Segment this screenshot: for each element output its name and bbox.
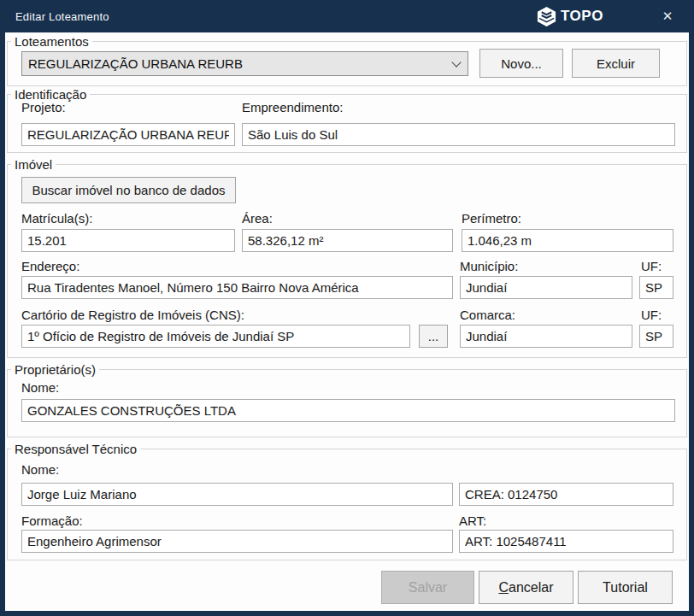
responsavel-nome-label: Nome: <box>21 462 59 477</box>
cartorio-browse-label: ... <box>428 329 439 343</box>
cartorio-browse-button[interactable]: ... <box>419 325 448 348</box>
art-input[interactable] <box>459 530 673 553</box>
municipio-label: Município: <box>460 259 518 273</box>
uf-label: UF: <box>641 259 662 273</box>
tutorial-button[interactable]: Tutorial <box>578 571 673 604</box>
cancelar-button-label: Cancelar <box>498 580 553 595</box>
salvar-button-label: Salvar <box>409 580 447 595</box>
title-bar: Editar Loteamento TOPO ✕ <box>0 0 694 32</box>
topo-logo-icon <box>536 6 557 27</box>
projeto-input[interactable] <box>21 123 235 146</box>
loteamento-selected-value: REGULARIZAÇÃO URBANA REURB <box>22 56 445 71</box>
window-title: Editar Loteamento <box>15 0 109 32</box>
group-proprietarios-title: Proprietário(s) <box>11 362 99 377</box>
buscar-imovel-button-label: Buscar imóvel no banco de dados <box>32 183 226 197</box>
comarca-input[interactable] <box>460 325 632 348</box>
formacao-label: Formação: <box>21 513 83 528</box>
close-icon[interactable]: ✕ <box>655 0 680 32</box>
cartorio-input[interactable] <box>21 325 410 348</box>
excluir-button-label: Excluir <box>597 56 635 71</box>
group-loteamentos-title: Loteamentos <box>11 34 92 49</box>
uf-input[interactable] <box>639 276 673 299</box>
art-label: ART: <box>459 513 486 528</box>
crea-input[interactable] <box>459 483 673 506</box>
perimetro-input[interactable] <box>462 229 673 252</box>
brand-name: TOPO <box>561 8 603 25</box>
projeto-label: Projeto: <box>21 100 66 114</box>
endereco-input[interactable] <box>21 276 453 299</box>
brand-logo: TOPO <box>536 5 603 27</box>
comarca-label: Comarca: <box>460 308 515 322</box>
group-imovel-title: Imóvel <box>11 157 56 172</box>
area-input[interactable] <box>242 229 453 252</box>
proprietario-nome-label: Nome: <box>21 380 59 395</box>
cartorio-label: Cartório de Registro de Imóveis (CNS): <box>21 308 244 322</box>
cancelar-button[interactable]: Cancelar <box>479 571 573 604</box>
excluir-button[interactable]: Excluir <box>572 49 660 78</box>
perimetro-label: Perímetro: <box>462 211 521 226</box>
responsavel-nome-input[interactable] <box>21 483 453 506</box>
area-label: Área: <box>242 211 273 226</box>
municipio-input[interactable] <box>460 276 632 299</box>
uf2-label: UF: <box>641 308 662 322</box>
endereco-label: Endereço: <box>21 259 79 273</box>
buscar-imovel-button[interactable]: Buscar imóvel no banco de dados <box>21 177 236 203</box>
group-responsavel-title: Responsável Técnico <box>11 442 140 456</box>
novo-button[interactable]: Novo... <box>479 49 563 78</box>
matricula-input[interactable] <box>21 229 235 252</box>
empreendimento-label: Empreendimento: <box>242 100 343 114</box>
loteamento-select[interactable]: REGULARIZAÇÃO URBANA REURB <box>21 51 468 76</box>
tutorial-button-label: Tutorial <box>603 580 648 595</box>
matricula-label: Matrícula(s): <box>21 211 92 226</box>
chevron-down-icon <box>445 62 468 66</box>
salvar-button[interactable]: Salvar <box>381 571 474 604</box>
empreendimento-input[interactable] <box>242 123 675 146</box>
uf2-input[interactable] <box>639 325 673 348</box>
novo-button-label: Novo... <box>501 56 542 71</box>
formacao-input[interactable] <box>21 530 453 553</box>
proprietario-nome-input[interactable] <box>21 399 675 422</box>
dialog-window: Editar Loteamento TOPO ✕ Loteamentos REG… <box>0 0 694 616</box>
